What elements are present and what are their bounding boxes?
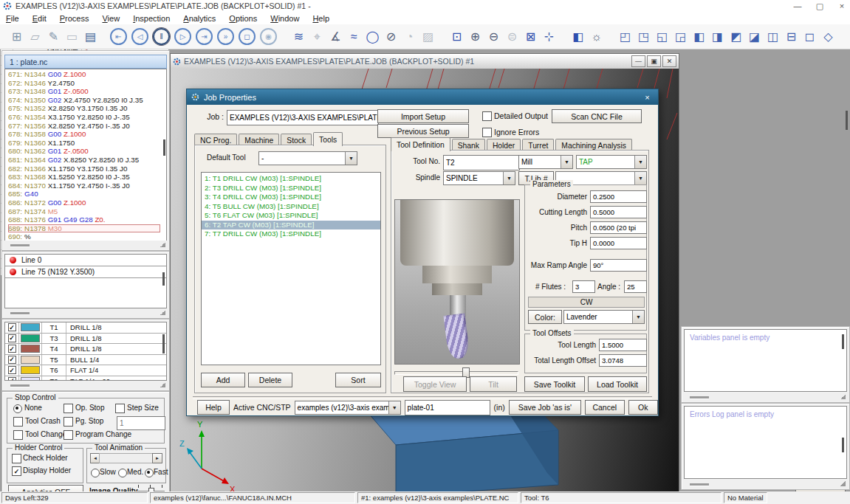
anim-slow-radio[interactable] bbox=[91, 469, 100, 477]
gcode-line[interactable]: 683:N1368 X1.5250 Y2.8250 I0 J-.35 bbox=[8, 173, 166, 182]
anim-med-radio[interactable] bbox=[118, 469, 127, 477]
tool-color-swatch[interactable] bbox=[21, 323, 40, 331]
document-control-button[interactable]: ▣ bbox=[647, 55, 661, 67]
tool-no-input[interactable]: T2 bbox=[443, 155, 520, 170]
stop-none-radio[interactable] bbox=[13, 404, 22, 413]
menu-item[interactable]: Options bbox=[229, 14, 257, 23]
job-tab[interactable]: Tools bbox=[313, 132, 343, 146]
dialog-tool-item[interactable]: 2: T3 DRILL CW (M03) [1:SPINDLE] bbox=[202, 184, 380, 193]
gcode-line[interactable]: 688:N1376 G91 G49 G28 Z0. bbox=[8, 215, 166, 224]
check-holder-checkbox[interactable] bbox=[12, 454, 21, 463]
max-ramp-angle-input[interactable]: 90° bbox=[590, 259, 647, 272]
step-size-input[interactable]: 1 bbox=[117, 416, 165, 430]
breakpoint-row[interactable]: Line 75 (N192 Y.3500) bbox=[5, 266, 166, 278]
verify-icon[interactable]: ◉ bbox=[260, 28, 277, 45]
previous-setup-button[interactable]: Previous Setup bbox=[377, 124, 469, 138]
zoom-previous-icon[interactable]: ⊜ bbox=[503, 27, 521, 46]
gcode-line[interactable]: 680:N1362 G01 Z-.0500 bbox=[8, 147, 166, 156]
tool-preview[interactable] bbox=[394, 199, 520, 365]
panel-splitter[interactable] bbox=[3, 241, 168, 249]
window-control-button[interactable]: ▢ bbox=[809, 1, 831, 11]
dialog-tool-item[interactable]: 3: T4 DRILL CW (M03) [1:SPINDLE] bbox=[202, 193, 380, 202]
view-xz-icon[interactable]: ◻ bbox=[801, 27, 819, 46]
tool-color-swatch[interactable] bbox=[21, 366, 40, 374]
gcode-line[interactable]: 678:N1358 G00 Z.1000 bbox=[8, 130, 166, 139]
gcode-line[interactable]: 671:N1344 G00 Z.1000 bbox=[8, 70, 166, 79]
gcode-line[interactable]: 689:N1378 M30 bbox=[8, 224, 160, 233]
diameter-input[interactable]: 0.2500 bbox=[590, 190, 647, 203]
chevron-down-icon[interactable] bbox=[388, 401, 400, 414]
scrollbar-thumb[interactable] bbox=[162, 334, 165, 353]
chevron-down-icon[interactable] bbox=[634, 172, 646, 184]
chevron-down-icon[interactable] bbox=[503, 172, 515, 184]
tool-color-row[interactable]: T1 DRILL 1/8 bbox=[5, 322, 166, 334]
save-job-as-is-button[interactable]: Save Job 'as is' bbox=[509, 400, 581, 415]
tool-color-row[interactable]: T5 BULL 1/4 bbox=[5, 355, 166, 366]
panel-splitter[interactable] bbox=[3, 381, 168, 390]
view-iso-ne-icon[interactable]: ◱ bbox=[653, 27, 671, 46]
job-path-input[interactable]: EXAMPLES (V12)\3-AXIS EXAMPLES\PLATE\PLA… bbox=[227, 110, 379, 125]
new-window-icon[interactable]: ▭ bbox=[63, 27, 81, 46]
chevron-down-icon[interactable] bbox=[345, 152, 357, 165]
view-top-icon[interactable]: ◧ bbox=[690, 27, 708, 46]
tool-length-input[interactable]: 1.5000 bbox=[599, 339, 647, 351]
display-holder-checkbox[interactable] bbox=[12, 466, 21, 476]
gcode-line[interactable]: 682:N1366 X1.1750 Y3.1750 I.35 J0 bbox=[8, 165, 166, 173]
chevron-down-icon[interactable] bbox=[632, 311, 644, 323]
delete-tool-button[interactable]: Delete bbox=[248, 373, 292, 387]
menu-item[interactable]: Inspection bbox=[133, 14, 170, 23]
gcode-listing[interactable]: 671:N1344 G00 Z.1000 672:N1346 Y2.4750 6… bbox=[4, 69, 167, 242]
chevron-down-icon[interactable] bbox=[561, 156, 572, 168]
shaded-view-icon[interactable]: ◧ bbox=[569, 27, 587, 46]
cancel-button[interactable]: Cancel bbox=[585, 400, 625, 415]
tool-visible-checkbox[interactable] bbox=[8, 356, 16, 364]
view-yz-icon[interactable]: ◇ bbox=[819, 27, 837, 46]
view-iso-sw-icon[interactable]: ◰ bbox=[616, 27, 634, 46]
go-to-start-icon[interactable]: ⇤ bbox=[110, 28, 127, 45]
tool-color-swatch[interactable] bbox=[21, 334, 40, 342]
gcode-line[interactable]: 674:N1350 G02 X2.4750 Y2.8250 I0 J.35 bbox=[8, 96, 166, 105]
pause-icon[interactable]: ‖ bbox=[153, 28, 170, 45]
light-icon[interactable]: ☼ bbox=[587, 27, 606, 46]
anim-speed-right-arrow[interactable] bbox=[152, 453, 162, 463]
ok-button[interactable]: Ok bbox=[628, 400, 658, 415]
job-name-input[interactable]: plate-01 bbox=[405, 400, 490, 415]
tool-visible-checkbox[interactable] bbox=[8, 323, 16, 331]
dialog-titlebar[interactable]: Job Properties × bbox=[187, 89, 658, 105]
pg-stop-checkbox[interactable] bbox=[64, 417, 73, 427]
gcode-line[interactable]: 685:G40 bbox=[8, 190, 166, 199]
tool-crash-checkbox[interactable] bbox=[13, 417, 23, 427]
load-toolkit-button[interactable]: Load Toolkit bbox=[588, 376, 647, 392]
flutes-input[interactable]: 3 bbox=[572, 280, 595, 293]
menu-item[interactable]: View bbox=[102, 14, 120, 23]
edit-setup-icon[interactable]: ✎ bbox=[44, 27, 63, 46]
tilt-button[interactable]: Tilt bbox=[470, 376, 517, 392]
tool-tab[interactable]: Tool Definition bbox=[391, 137, 450, 151]
tool-color-row[interactable]: T4 DRILL 1/8 bbox=[5, 344, 166, 355]
breakpoint-row[interactable]: Line 0 bbox=[5, 255, 166, 266]
gcode-line[interactable]: 686:N1372 G00 Z.1000 bbox=[8, 199, 166, 207]
gcode-line[interactable]: 687:N1374 M5 bbox=[8, 207, 166, 216]
analytics-chart-icon[interactable]: ≋ bbox=[289, 27, 308, 46]
document-control-button[interactable]: ✕ bbox=[662, 55, 676, 67]
scrollbar-thumb[interactable] bbox=[162, 272, 165, 286]
panel-splitter[interactable] bbox=[3, 308, 168, 317]
scan-cnc-file-button[interactable]: Scan CNC File bbox=[552, 109, 642, 123]
total-length-offset-input[interactable]: 3.0748 bbox=[599, 354, 647, 367]
toggle-view-button[interactable]: Toggle View bbox=[403, 376, 467, 392]
view-bottom-icon[interactable]: ◨ bbox=[708, 27, 727, 46]
tool-color-swatch[interactable] bbox=[21, 356, 40, 364]
active-cnc-dropdown[interactable]: examples (v12)\3-axis examples\PLA bbox=[295, 401, 401, 415]
gcode-line[interactable]: 675:N1352 X2.8250 Y3.1750 I.35 J0 bbox=[8, 104, 166, 113]
section-icon[interactable]: ⊘ bbox=[382, 27, 400, 46]
gcode-line[interactable]: 677:N1356 X2.8250 Y2.4750 I-.35 J0 bbox=[8, 122, 166, 131]
ignore-errors-checkbox[interactable] bbox=[482, 128, 492, 137]
pie-icon[interactable]: ◔ bbox=[400, 27, 419, 46]
sort-tools-button[interactable]: Sort bbox=[335, 373, 381, 387]
zoom-window-icon[interactable]: ⊡ bbox=[448, 27, 466, 46]
cw-direction-button[interactable]: CW bbox=[528, 297, 645, 308]
angle-input[interactable]: 25 bbox=[624, 280, 647, 293]
help-button[interactable]: Help bbox=[197, 400, 230, 415]
detailed-output-checkbox[interactable] bbox=[482, 111, 492, 121]
stop-icon[interactable]: ◻ bbox=[239, 28, 256, 45]
